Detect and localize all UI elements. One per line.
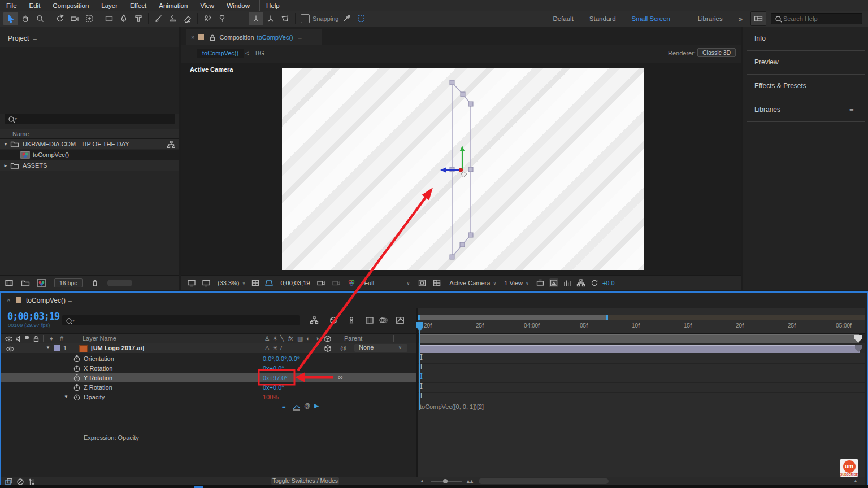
layer-row[interactable]: ▼ 1 [UM Logo 2017.ai] ♙ ☀ / @ None ∨ — [1, 343, 416, 353]
expand-in-out-icon[interactable] — [16, 477, 24, 485]
new-composition-icon[interactable] — [37, 279, 46, 287]
twirl-down-icon[interactable]: ▼ — [3, 142, 8, 147]
new-folder-icon[interactable] — [21, 278, 30, 287]
quality-switch-icon[interactable]: / — [280, 345, 282, 351]
twirl-right-icon[interactable]: ► — [3, 163, 8, 168]
shy-switch-icon[interactable]: ♙ — [264, 345, 270, 352]
layer-color-label[interactable] — [54, 345, 60, 351]
panel-menu-icon[interactable]: ≡ — [849, 105, 854, 114]
workspace-default[interactable]: Default — [545, 15, 581, 22]
menu-edit[interactable]: Edit — [23, 2, 47, 9]
project-search-field[interactable]: ▾ — [5, 114, 175, 124]
transparency-grid-icon[interactable] — [432, 278, 441, 287]
expression-language-menu-icon[interactable]: ▶ — [314, 402, 319, 409]
project-panel-menu-icon[interactable]: ≡ — [33, 34, 37, 42]
camera-menu[interactable]: Active Camera — [449, 280, 490, 286]
preview-panel-tab[interactable]: Preview — [754, 58, 779, 66]
current-timecode[interactable]: 0;00;03;19 — [7, 311, 59, 322]
twirl-down-icon[interactable]: ▼ — [46, 345, 50, 350]
pan-behind-tool[interactable] — [82, 12, 97, 25]
primary-viewer-icon[interactable] — [202, 278, 211, 287]
navigator-end-handle[interactable] — [606, 315, 608, 320]
roto-brush-tool[interactable] — [200, 12, 215, 25]
cube-3d-switch-icon[interactable] — [323, 344, 331, 352]
workspace-libraries[interactable]: Libraries — [690, 15, 731, 22]
parent-pickwhip-icon[interactable]: @ — [340, 345, 346, 351]
menu-window[interactable]: Window — [220, 2, 256, 9]
property-row-opacity[interactable]: ▼ Opacity 100% — [1, 392, 416, 402]
clone-stamp-tool[interactable] — [166, 12, 180, 25]
workspace-menu-icon[interactable]: ≡ — [678, 15, 690, 22]
draft-3d-icon[interactable] — [329, 316, 339, 326]
type-tool[interactable] — [131, 12, 146, 25]
view-layout-menu[interactable]: 1 View — [504, 280, 523, 286]
property-row-z-rotation[interactable]: Z Rotation 0x+0.0° — [1, 382, 416, 392]
breadcrumb-parent[interactable]: BG — [255, 50, 264, 56]
work-area-bar[interactable] — [419, 334, 859, 343]
info-panel-tab[interactable]: Info — [754, 34, 766, 42]
property-value[interactable]: 0x+97.0° — [263, 374, 288, 381]
show-snapshot-icon[interactable] — [332, 278, 341, 287]
property-value[interactable]: 0.0°,0.0°,0.0° — [263, 355, 300, 362]
mask-visibility-icon[interactable] — [354, 12, 368, 25]
property-label[interactable]: Z Rotation — [84, 384, 112, 391]
property-label[interactable]: Opacity — [84, 394, 105, 400]
expression-code[interactable]: toCompVec([0, 0, 1])[2] — [420, 403, 484, 410]
close-icon[interactable]: × — [191, 34, 194, 41]
menu-composition[interactable]: Composition — [46, 2, 95, 9]
project-row-assets[interactable]: ► ASSETS — [0, 160, 179, 171]
timeline-search-field[interactable]: ▾ — [62, 315, 300, 325]
twirl-down-icon[interactable]: ▼ — [64, 394, 68, 399]
zoom-out-mountain-icon[interactable]: ▲ — [420, 478, 424, 483]
navigator-start-handle[interactable] — [418, 315, 420, 320]
name-column-header[interactable]: Name — [12, 130, 29, 137]
mask-visibility-icon[interactable] — [418, 278, 427, 287]
zoom-tool[interactable] — [33, 12, 47, 25]
comp-mini-flowchart-icon[interactable] — [310, 316, 320, 326]
project-row-comp[interactable]: toCompVec() — [0, 150, 179, 160]
libraries-panel-tab[interactable]: Libraries — [754, 106, 780, 114]
property-value[interactable]: 0x+0.0° — [263, 365, 284, 372]
zoom-slider-knob[interactable] — [443, 479, 448, 483]
time-ruler[interactable]: 20f 25f 04:00f 05f 10f 15f 20f 25f 05:00… — [418, 320, 865, 334]
menu-file[interactable]: File — [0, 2, 23, 9]
renderer-button[interactable]: Classic 3D — [697, 48, 736, 57]
stopwatch-icon[interactable] — [72, 354, 80, 362]
property-row-y-rotation[interactable]: Y Rotation 0x+97.0° ∞ — [1, 373, 416, 382]
local-axis-mode-button[interactable] — [249, 12, 263, 25]
hide-shy-layers-icon[interactable] — [347, 316, 357, 326]
stopwatch-icon[interactable] — [72, 373, 80, 381]
eraser-tool[interactable] — [180, 12, 195, 25]
folder-name[interactable]: ASSETS — [23, 162, 47, 169]
brush-tool[interactable] — [151, 12, 166, 25]
share-view-icon[interactable] — [536, 278, 545, 287]
manage-workspaces-icon[interactable] — [750, 11, 766, 26]
puppet-pin-tool[interactable] — [215, 12, 229, 25]
workspace-standard[interactable]: Standard — [581, 15, 624, 22]
eye-icon[interactable] — [6, 345, 14, 352]
zoom-in-mountains-icon[interactable]: ▲▲ — [466, 478, 472, 484]
layer-name-column-header[interactable]: Layer Name — [83, 335, 116, 342]
help-search-input[interactable] — [782, 15, 852, 23]
property-label[interactable]: X Rotation — [84, 365, 112, 372]
region-of-interest-icon[interactable] — [264, 278, 274, 287]
menu-view[interactable]: View — [194, 2, 220, 9]
comp-viewport[interactable]: Active Camera — [181, 63, 741, 275]
rotation-tool[interactable] — [53, 12, 67, 25]
horizontal-scrollbar[interactable] — [479, 478, 609, 484]
workspace-small-screen[interactable]: Small Screen — [624, 15, 678, 22]
reset-exposure-icon[interactable] — [590, 278, 599, 287]
layer-duration-bar[interactable] — [419, 345, 860, 353]
stopwatch-icon[interactable] — [72, 393, 80, 400]
collapse-icon[interactable]: ▲ — [853, 478, 858, 483]
timeline-button-icon[interactable] — [563, 278, 572, 287]
flowchart-button-icon[interactable] — [576, 278, 585, 287]
close-icon[interactable]: × — [7, 297, 10, 303]
timeline-zoom-slider[interactable] — [431, 481, 462, 482]
subscribe-badge[interactable]: um SUBSCRIBE — [840, 459, 858, 477]
project-tab[interactable]: Project — [8, 34, 29, 42]
property-value[interactable]: 0x+0.0° — [263, 384, 284, 391]
resolution-menu[interactable]: Full — [364, 280, 403, 286]
menu-effect[interactable]: Effect — [124, 2, 153, 9]
property-row-x-rotation[interactable]: X Rotation 0x+0.0° — [1, 363, 416, 373]
